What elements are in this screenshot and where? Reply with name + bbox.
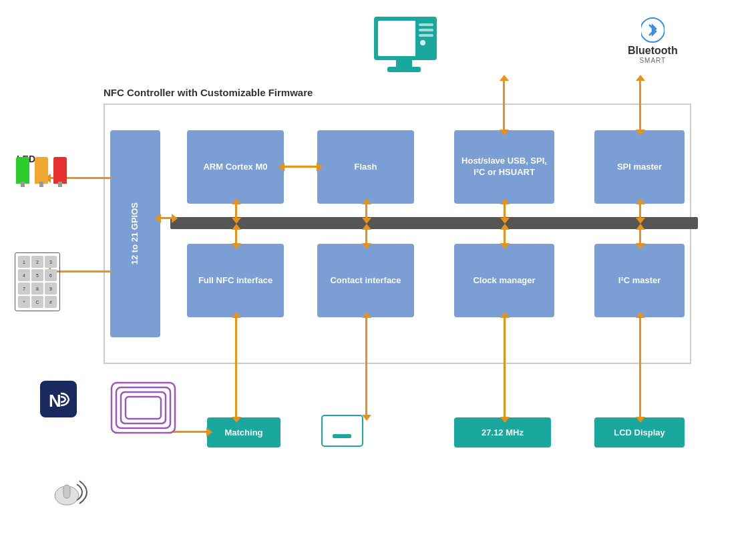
arrow-clock-bus xyxy=(504,229,506,244)
led-yellow xyxy=(35,157,48,184)
arrow-i2c-lcd xyxy=(639,317,641,417)
arrow-contact-bottom xyxy=(365,317,367,415)
computer-svg xyxy=(367,13,441,80)
contact-interface-box: Contact interface xyxy=(317,244,414,317)
led-red xyxy=(53,157,67,184)
arrow-bluetooth-spi xyxy=(639,80,641,130)
smartcard-area xyxy=(321,414,364,450)
nfc-logo-area: N xyxy=(40,381,77,417)
clock-manager-box: Clock manager xyxy=(454,244,554,317)
coil-svg xyxy=(110,377,177,437)
arrow-nfc-bus xyxy=(235,229,237,244)
arrow-arm-bus xyxy=(235,204,237,218)
svg-rect-3 xyxy=(387,67,421,72)
key-c: C xyxy=(31,296,43,308)
bluetooth-sub: SMART xyxy=(639,57,666,64)
arrow-host-bus xyxy=(504,204,506,218)
led-green xyxy=(16,157,29,184)
svg-rect-7 xyxy=(419,34,433,37)
svg-text:N: N xyxy=(49,391,61,411)
spi-master-box: SPI master xyxy=(594,130,685,204)
computer-icon xyxy=(364,13,444,87)
svg-rect-18 xyxy=(63,485,70,498)
key-3: 3 xyxy=(45,256,57,268)
gpio-box: 12 to 21 GPIOS xyxy=(110,130,160,337)
arrow-spi-bus xyxy=(639,204,641,218)
svg-rect-15 xyxy=(322,415,363,446)
nfc-n-logo: N xyxy=(40,381,77,417)
arrow-clock-mhz xyxy=(504,317,506,417)
diagram: NFC Controller with Customizable Firmwar… xyxy=(0,0,756,533)
matching-box: Matching xyxy=(207,417,280,448)
arrow-contact-bus xyxy=(365,229,367,244)
svg-rect-12 xyxy=(116,387,170,428)
key-4: 4 xyxy=(18,269,30,281)
svg-rect-5 xyxy=(419,23,433,26)
key-9: 9 xyxy=(45,283,57,295)
svg-rect-14 xyxy=(126,397,161,419)
keypad-area: 1 2 3 4 5 6 7 8 9 * C # xyxy=(15,252,60,311)
svg-rect-4 xyxy=(415,17,437,60)
arrow-nfc-bottom xyxy=(235,317,237,417)
arrow-gpio-bus xyxy=(160,217,172,219)
arrow-arm-flash xyxy=(284,166,317,168)
coil-area xyxy=(110,377,177,440)
arm-cortex-box: ARM Cortex M0 xyxy=(187,130,284,204)
contactless-svg xyxy=(50,468,93,508)
key-hash: # xyxy=(45,296,57,308)
i2c-master-box: I²C master xyxy=(594,244,685,317)
svg-rect-6 xyxy=(419,29,433,31)
key-8: 8 xyxy=(31,283,43,295)
contactless-area xyxy=(50,468,93,510)
arrow-computer-host xyxy=(503,80,505,130)
key-1: 1 xyxy=(18,256,30,268)
key-star: * xyxy=(18,296,30,308)
bluetooth-area: Bluetooth SMART xyxy=(628,17,678,64)
flash-box: Flash xyxy=(317,130,414,204)
key-2: 2 xyxy=(31,256,43,268)
key-5: 5 xyxy=(31,269,43,281)
host-slave-box: Host/slave USB, SPI, I²C or HSUART xyxy=(454,130,554,204)
smartcard-svg xyxy=(321,414,364,448)
svg-point-8 xyxy=(420,40,425,45)
full-nfc-box: Full NFC interface xyxy=(187,244,284,317)
key-7: 7 xyxy=(18,283,30,295)
data-bus-line xyxy=(170,217,698,229)
key-6: 6 xyxy=(45,269,57,281)
svg-rect-16 xyxy=(333,434,351,438)
bluetooth-label: Bluetooth xyxy=(628,45,678,57)
arrow-flash-bus xyxy=(365,204,367,218)
arrow-antenna-matching xyxy=(172,431,207,433)
bluetooth-icon xyxy=(641,17,665,43)
arrow-i2c-bus xyxy=(639,229,641,244)
nfc-controller-label: NFC Controller with Customizable Firmwar… xyxy=(104,87,313,98)
keypad-grid: 1 2 3 4 5 6 7 8 9 * C # xyxy=(15,252,60,311)
leds-area xyxy=(15,157,68,184)
